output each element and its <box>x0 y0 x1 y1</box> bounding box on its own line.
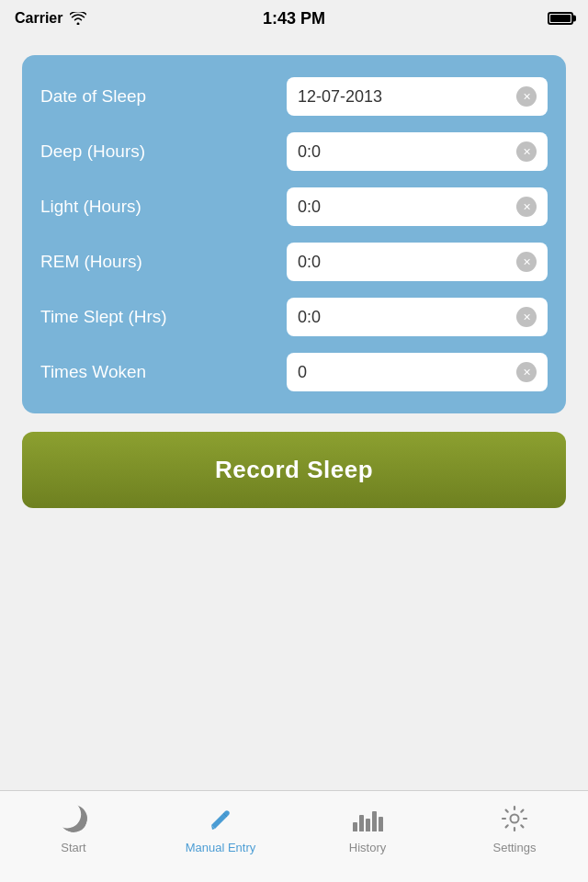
tab-manual-entry-label: Manual Entry <box>186 841 256 854</box>
form-row-light: Light (Hours) <box>40 187 548 226</box>
deep-input[interactable] <box>298 142 511 162</box>
sleep-form-card: Date of Sleep Deep (Hours) Light (Hours) <box>22 55 566 413</box>
tab-history-label: History <box>349 841 386 854</box>
pencil-icon <box>204 802 237 835</box>
form-row-rem: REM (Hours) <box>40 243 548 281</box>
clear-slept-button[interactable] <box>516 307 537 327</box>
clear-date-button[interactable] <box>516 86 537 107</box>
main-content: Date of Sleep Deep (Hours) Light (Hours) <box>0 37 588 790</box>
tab-settings-label: Settings <box>493 841 537 854</box>
tab-start[interactable]: Start <box>0 802 147 854</box>
bar-chart-icon <box>351 802 384 835</box>
tab-history[interactable]: History <box>294 802 441 854</box>
clear-deep-button[interactable] <box>516 141 537 162</box>
label-rem: REM (Hours) <box>40 252 142 272</box>
form-row-deep: Deep (Hours) <box>40 132 548 171</box>
input-wrap-slept <box>287 298 548 336</box>
tab-bar: Start Manual Entry History <box>0 790 588 882</box>
input-wrap-woken <box>287 353 548 391</box>
label-date: Date of Sleep <box>40 86 146 107</box>
status-bar: Carrier 1:43 PM <box>0 0 588 37</box>
carrier-label: Carrier <box>15 10 62 27</box>
form-row-slept: Time Slept (Hrs) <box>40 298 548 336</box>
status-time: 1:43 PM <box>263 9 325 28</box>
tab-settings[interactable]: Settings <box>441 802 588 854</box>
label-slept: Time Slept (Hrs) <box>40 307 167 327</box>
gear-icon <box>498 802 531 835</box>
date-input[interactable] <box>298 87 511 107</box>
label-deep: Deep (Hours) <box>40 141 145 162</box>
light-input[interactable] <box>298 198 511 217</box>
input-wrap-date <box>287 77 548 116</box>
input-wrap-deep <box>287 132 548 171</box>
rem-input[interactable] <box>298 253 511 272</box>
tab-start-label: Start <box>61 841 85 854</box>
input-wrap-rem <box>287 243 548 281</box>
moon-icon <box>57 802 90 835</box>
woken-input[interactable] <box>298 363 511 382</box>
label-woken: Times Woken <box>40 362 146 382</box>
clear-rem-button[interactable] <box>516 252 537 272</box>
form-row-date: Date of Sleep <box>40 77 548 116</box>
clear-woken-button[interactable] <box>516 362 537 382</box>
slept-input[interactable] <box>298 308 511 327</box>
label-light: Light (Hours) <box>40 197 141 217</box>
record-sleep-button[interactable]: Record Sleep <box>22 432 566 508</box>
battery-area <box>548 12 573 25</box>
tab-manual-entry[interactable]: Manual Entry <box>147 802 294 854</box>
svg-point-0 <box>511 815 519 823</box>
form-row-woken: Times Woken <box>40 353 548 391</box>
battery-icon <box>548 12 573 25</box>
wifi-icon <box>70 12 86 25</box>
clear-light-button[interactable] <box>516 197 537 217</box>
input-wrap-light <box>287 187 548 226</box>
status-carrier-wifi: Carrier <box>15 10 86 27</box>
